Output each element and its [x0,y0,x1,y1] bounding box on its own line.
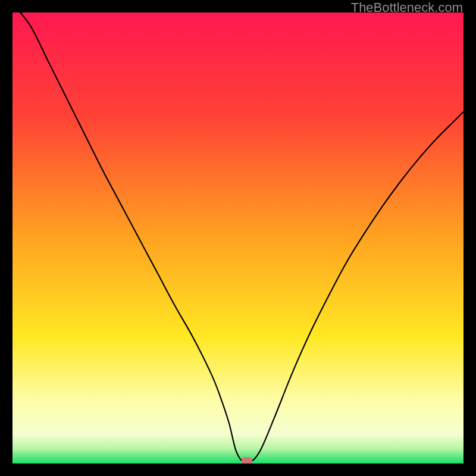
plot-frame [12,12,464,464]
optimal-point-marker [242,457,252,464]
watermark-text: TheBottleneck.com [351,0,463,15]
gradient-background [12,12,464,464]
bottleneck-chart [12,12,464,464]
